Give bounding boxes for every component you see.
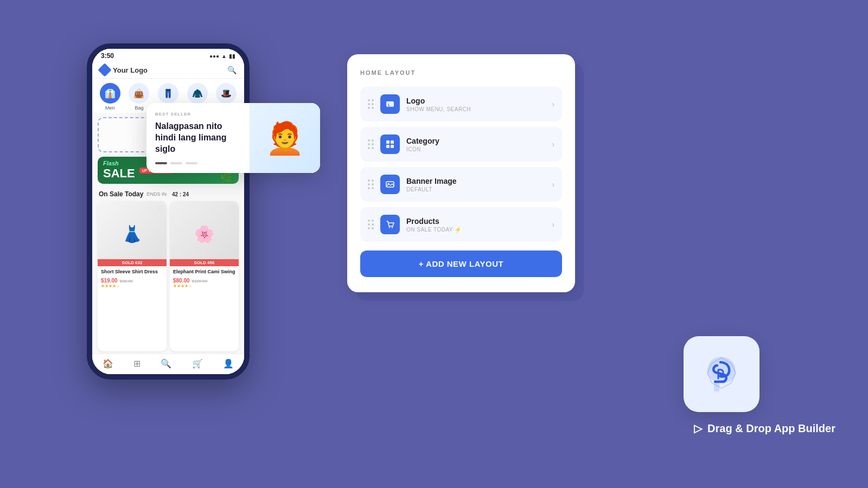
svg-rect-5 bbox=[391, 145, 394, 148]
popup-dots bbox=[155, 162, 241, 164]
products-layout-name: Products bbox=[406, 217, 552, 226]
right-panel-wrapper: HOME LAYOUT L Logo SHOW MENU, SEARCH › bbox=[347, 54, 575, 292]
drag-drop-icon: ▷ bbox=[694, 422, 702, 435]
wifi-icon: ▲ bbox=[221, 53, 227, 59]
right-panel: HOME LAYOUT L Logo SHOW MENU, SEARCH › bbox=[347, 54, 575, 292]
cat-icon-jeans: 🎩 bbox=[216, 83, 237, 104]
cat-icon-jackets: 🧥 bbox=[187, 83, 208, 104]
nav-profile-icon[interactable]: 👤 bbox=[223, 358, 234, 369]
product-img-2: 🌸 ♡ SOLD 456 bbox=[170, 201, 239, 266]
svg-text:L: L bbox=[388, 102, 391, 107]
category-icon-box bbox=[380, 134, 400, 154]
products-layout-sub: ON SALE TODAY ⚡ bbox=[406, 227, 552, 233]
layout-item-logo[interactable]: L Logo SHOW MENU, SEARCH › bbox=[360, 87, 562, 121]
product-price-1: $19.00 bbox=[101, 278, 118, 284]
heart-icon-2[interactable]: ♡ bbox=[229, 204, 235, 212]
status-bar: 3:50 ●●● ▲ ▮▮ bbox=[92, 49, 244, 62]
banner-chevron-icon: › bbox=[552, 180, 554, 189]
panel-title: HOME LAYOUT bbox=[360, 69, 562, 76]
products-icon-box bbox=[380, 215, 400, 234]
popup-content: BEST SELLER Nalagpasan nito hindi lang l… bbox=[146, 103, 250, 173]
products-grid: 👗 ♡ SOLD 632 Short Sleeve Shirt Dress $1… bbox=[92, 199, 244, 354]
products-layout-text: Products ON SALE TODAY ⚡ bbox=[406, 217, 552, 233]
popup-card: BEST SELLER Nalagpasan nito hindi lang l… bbox=[146, 103, 320, 173]
logo-text: Your Logo bbox=[113, 66, 148, 74]
nav-cart-icon[interactable]: 🛒 bbox=[192, 358, 203, 369]
banner-layout-text: Banner Image DEFAULT bbox=[406, 177, 552, 192]
phone-mockup: 3:50 ●●● ▲ ▮▮ Your Logo 🔍 👔 Me bbox=[87, 43, 250, 380]
popup-image: 🧑‍🦰 bbox=[250, 103, 320, 173]
svg-point-9 bbox=[392, 227, 393, 228]
product-stars-2: ★★★★☆ bbox=[173, 284, 235, 288]
status-icons: ●●● ▲ ▮▮ bbox=[209, 53, 235, 59]
category-layout-sub: ICON bbox=[406, 146, 552, 152]
cat-icon-men: 👔 bbox=[100, 83, 120, 104]
svg-point-8 bbox=[389, 227, 390, 228]
battery-icon: ▮▮ bbox=[229, 53, 235, 59]
flash-text: Flash bbox=[103, 160, 135, 166]
nav-search-icon[interactable]: 🔍 bbox=[161, 358, 171, 369]
flash-sale-big: SALE bbox=[103, 166, 135, 181]
svg-rect-2 bbox=[386, 140, 390, 144]
sale-title: On Sale Today bbox=[99, 190, 143, 198]
product-name-1: Short Sleeve Shirt Dress bbox=[101, 269, 163, 275]
layout-item-category[interactable]: Category ICON › bbox=[360, 127, 562, 162]
product-name-2: Elephant Print Cami Swing bbox=[173, 269, 235, 275]
drag-handle-products bbox=[368, 220, 374, 229]
logo-chevron-icon: › bbox=[552, 100, 554, 108]
heart-icon-1[interactable]: ♡ bbox=[157, 204, 163, 212]
drag-handle-banner bbox=[368, 179, 374, 189]
sold-badge-1: SOLD 632 bbox=[98, 259, 167, 266]
layout-item-banner[interactable]: Banner Image DEFAULT › bbox=[360, 167, 562, 202]
product-price-2: $80.00 bbox=[173, 278, 190, 284]
product-card-1[interactable]: 👗 ♡ SOLD 632 Short Sleeve Shirt Dress $1… bbox=[98, 201, 167, 351]
category-layout-text: Category ICON bbox=[406, 137, 552, 152]
logo-layout-sub: SHOW MENU, SEARCH bbox=[406, 106, 552, 112]
phone-screen: 3:50 ●●● ▲ ▮▮ Your Logo 🔍 👔 Me bbox=[92, 49, 244, 374]
popup-title: Nalagpasan nito hindi lang limang siglo bbox=[155, 121, 241, 155]
drag-drop-text: Drag & Drop App Builder bbox=[707, 422, 835, 435]
product-elephant-img: 🌸 bbox=[170, 201, 239, 266]
sale-ends-label: ENDS IN bbox=[146, 191, 167, 197]
app-icon bbox=[684, 336, 760, 412]
logo-diamond-icon bbox=[98, 63, 111, 76]
cat-label-men: Men bbox=[105, 105, 115, 111]
banner-icon-box bbox=[380, 175, 400, 194]
app-logo: Your Logo bbox=[100, 65, 148, 75]
category-bag[interactable]: 👜 Bag bbox=[129, 83, 149, 111]
product-price-orig-1: $38.00 bbox=[120, 279, 133, 284]
products-chevron-icon: › bbox=[552, 220, 554, 229]
logo-icon-box: L bbox=[380, 94, 400, 114]
status-time: 3:50 bbox=[101, 52, 114, 60]
app-icon-svg bbox=[700, 352, 743, 396]
popup-badge: BEST SELLER bbox=[155, 112, 241, 117]
product-img-1: 👗 ♡ SOLD 632 bbox=[98, 201, 167, 266]
popup-dot-1 bbox=[155, 162, 167, 164]
signal-icon: ●●● bbox=[209, 53, 219, 59]
product-info-2: Elephant Print Cami Swing $80.00 $100.00… bbox=[170, 266, 239, 291]
layout-item-products[interactable]: Products ON SALE TODAY ⚡ › bbox=[360, 207, 562, 242]
drag-handle-logo bbox=[368, 99, 374, 109]
product-price-orig-2: $100.00 bbox=[192, 279, 208, 284]
svg-rect-3 bbox=[391, 140, 394, 144]
app-icon-wrapper bbox=[684, 336, 760, 412]
popup-dot-2 bbox=[170, 162, 182, 164]
category-men[interactable]: 👔 Men bbox=[100, 83, 120, 111]
nav-home-icon[interactable]: 🏠 bbox=[103, 358, 113, 369]
drag-handle-category bbox=[368, 139, 374, 149]
svg-rect-4 bbox=[386, 145, 390, 148]
logo-layout-name: Logo bbox=[406, 97, 552, 105]
category-layout-name: Category bbox=[406, 137, 552, 145]
popup-dot-3 bbox=[186, 162, 197, 164]
drag-drop-label: ▷ Drag & Drop App Builder bbox=[694, 422, 835, 435]
app-navbar: Your Logo 🔍 bbox=[92, 62, 244, 79]
product-stars-1: ★★★★☆ bbox=[101, 284, 163, 288]
category-chevron-icon: › bbox=[552, 140, 554, 149]
phone-search-icon[interactable]: 🔍 bbox=[227, 66, 237, 74]
nav-grid-icon[interactable]: ⊞ bbox=[133, 358, 141, 369]
product-card-2[interactable]: 🌸 ♡ SOLD 456 Elephant Print Cami Swing $… bbox=[170, 201, 239, 351]
sale-countdown: 42 : 24 bbox=[172, 191, 189, 197]
cat-label-bag: Bag bbox=[135, 105, 143, 111]
phone-frame: 3:50 ●●● ▲ ▮▮ Your Logo 🔍 👔 Me bbox=[87, 43, 250, 380]
add-layout-button[interactable]: + ADD NEW LAYOUT bbox=[360, 251, 562, 277]
